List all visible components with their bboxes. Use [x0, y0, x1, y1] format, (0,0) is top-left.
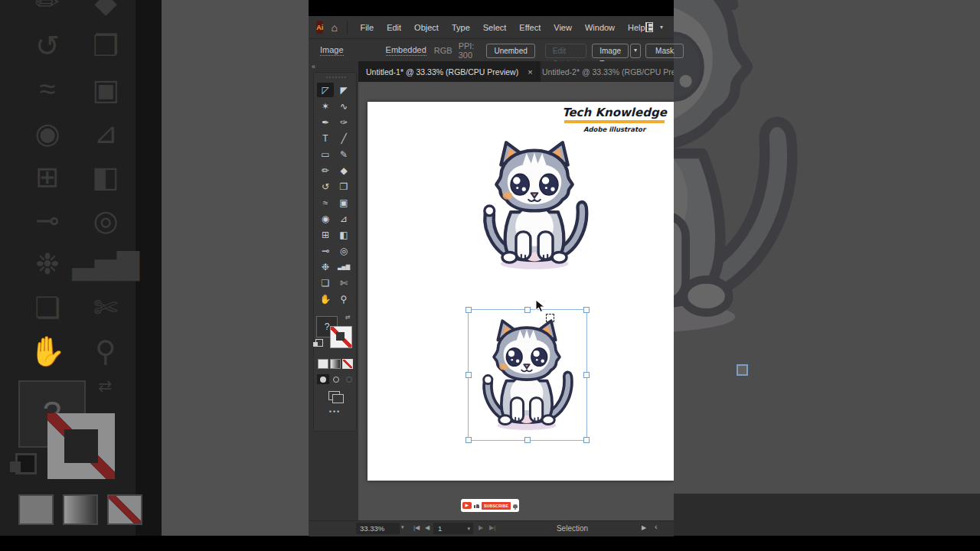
bg-eyedropper-icon: ⊸: [35, 204, 60, 237]
stroke-swatch[interactable]: [330, 326, 352, 348]
mesh-tool[interactable]: ⊞: [317, 227, 334, 242]
menu-bar: Ai ⌂ File Edit Object Type Select Effect…: [309, 16, 674, 38]
next-artboard-icon[interactable]: ▶: [479, 524, 483, 531]
slice-tool[interactable]: ✄: [335, 276, 352, 290]
tab-close-icon[interactable]: ×: [528, 67, 532, 77]
perspective-grid-tool[interactable]: ⊿: [335, 211, 352, 226]
curvature-tool[interactable]: ✑: [335, 115, 352, 129]
mouse-cursor: [535, 299, 546, 313]
zoom-dropdown-icon[interactable]: ▾: [401, 524, 404, 530]
cat-illustration-top[interactable]: [469, 135, 600, 272]
tools-grid: ◸ ◤ ✶ ∿ ✒ ✑ T ╱ ▭ ✎ ✏ ◆ ↺ ❐ ≈ ▣ ◉ ⊿ ⊞ ◧ …: [316, 82, 353, 307]
illustrator-logo[interactable]: Ai: [316, 21, 323, 34]
menu-object[interactable]: Object: [414, 23, 439, 32]
column-graph-tool[interactable]: ▃▅▇: [335, 259, 352, 274]
menu-type[interactable]: Type: [452, 23, 470, 32]
workspace-switcher-icon[interactable]: [645, 22, 653, 32]
type-tool[interactable]: T: [317, 131, 334, 145]
collapse-panel-icon[interactable]: «: [312, 63, 315, 70]
color-type-buttons: [318, 359, 353, 369]
artboard-tool[interactable]: ❏: [317, 276, 334, 290]
embedded-link[interactable]: Embedded: [386, 45, 426, 56]
scale-tool[interactable]: ❐: [335, 179, 352, 194]
bg-symbol-sprayer-icon: ❉: [35, 247, 60, 281]
free-transform-tool[interactable]: ▣: [335, 195, 352, 210]
zoom-level-field[interactable]: 33.33%: [356, 523, 400, 534]
magic-wand-tool[interactable]: ✶: [317, 99, 334, 113]
gradient-button[interactable]: [330, 359, 341, 369]
swap-fill-stroke-icon[interactable]: ⇄: [345, 314, 351, 321]
control-bar: Image Embedded RGB PPI: 300 Unembed Edit…: [309, 38, 674, 62]
selection-handle-se[interactable]: [583, 437, 590, 443]
none-button[interactable]: [342, 359, 353, 369]
edit-toolbar-icon[interactable]: •••: [314, 408, 356, 416]
bg-hand-icon: ✋: [29, 334, 65, 368]
menu-view[interactable]: View: [554, 23, 572, 32]
rotate-tool[interactable]: ↺: [317, 179, 334, 194]
selection-handle-e[interactable]: [583, 372, 590, 378]
image-trace-chevron[interactable]: ▾: [630, 44, 641, 58]
prev-artboard-icon[interactable]: ◀: [425, 524, 430, 531]
rectangle-tool[interactable]: ▭: [317, 147, 334, 161]
bg-perspective-grid-icon: ⊿: [93, 116, 118, 150]
bg-color-button: [18, 494, 54, 525]
selection-type-label[interactable]: Image: [320, 45, 344, 56]
menu-edit[interactable]: Edit: [387, 23, 401, 32]
lasso-tool[interactable]: ∿: [335, 99, 352, 113]
selection-tool[interactable]: ◸: [317, 83, 334, 97]
pencil-tool[interactable]: ✏: [317, 163, 334, 178]
home-icon[interactable]: ⌂: [331, 22, 337, 33]
first-artboard-icon[interactable]: |◀: [413, 524, 420, 531]
gradient-tool[interactable]: ◧: [335, 227, 352, 242]
last-artboard-icon[interactable]: ▶|: [489, 524, 495, 531]
selection-handle-ne[interactable]: [583, 307, 590, 313]
eyedropper-tool[interactable]: ⊸: [317, 243, 334, 258]
draw-inside-button[interactable]: [343, 374, 355, 384]
artboard-dropdown-icon[interactable]: ▾: [467, 523, 470, 534]
background-selection-handle: [737, 364, 748, 376]
workspace-chevron-icon[interactable]: ▾: [660, 24, 663, 31]
blend-tool[interactable]: ◎: [335, 243, 352, 258]
color-button[interactable]: [318, 359, 328, 369]
line-segment-tool[interactable]: ╱: [335, 131, 352, 145]
paintbrush-tool[interactable]: ✎: [335, 147, 352, 161]
bg-width-icon: ≈: [40, 73, 56, 106]
menu-effect[interactable]: Effect: [519, 23, 541, 32]
eraser-tool[interactable]: ◆: [335, 163, 352, 178]
bell-icon: [513, 504, 518, 508]
selection-handle-s[interactable]: [524, 437, 531, 443]
screen-mode-icon[interactable]: [328, 391, 340, 400]
default-swatches-icon[interactable]: [315, 339, 323, 347]
status-options-icon[interactable]: ▶: [642, 524, 646, 531]
draw-normal-button[interactable]: [317, 374, 329, 384]
unembed-button[interactable]: Unembed: [486, 44, 534, 58]
symbol-sprayer-tool[interactable]: ❉: [317, 259, 334, 274]
subscribe-watermark: ▶ SUBSCRIBE: [461, 499, 519, 512]
menu-file[interactable]: File: [360, 23, 374, 32]
menu-items: File Edit Object Type Select Effect View…: [360, 23, 645, 32]
tab-untitled-2[interactable]: Untitled-2* @ 33.33% (RGB/CPU Previe: [534, 61, 674, 82]
mask-button[interactable]: Mask: [645, 44, 684, 58]
cat-illustration-selected[interactable]: [470, 311, 583, 435]
bg-default-swatches-icon: [15, 453, 37, 474]
panel-drag-handle[interactable]: [325, 77, 347, 78]
menu-select[interactable]: Select: [483, 23, 507, 32]
width-tool[interactable]: ≈: [317, 195, 334, 210]
direct-selection-tool[interactable]: ◤: [335, 83, 352, 97]
hand-tool[interactable]: ✋: [317, 292, 334, 306]
bg-zoom-icon: ⚲: [95, 334, 116, 368]
menu-help[interactable]: Help: [628, 23, 645, 32]
document-tab-bar: « Untitled-1* @ 33.33% (RGB/CPU Preview)…: [309, 61, 674, 82]
artboard-number-field[interactable]: 1 ▾: [433, 523, 473, 534]
menu-window[interactable]: Window: [585, 23, 615, 32]
thumbs-up-icon: [474, 503, 479, 508]
zoom-tool[interactable]: ⚲: [335, 292, 352, 306]
shape-builder-tool[interactable]: ◉: [317, 211, 334, 226]
tab-untitled-1[interactable]: Untitled-1* @ 33.33% (RGB/CPU Preview) ×: [358, 61, 541, 82]
image-trace-button[interactable]: Image Trace: [592, 44, 629, 58]
selection-handle-sw[interactable]: [466, 437, 472, 443]
draw-behind-button[interactable]: [330, 374, 342, 384]
panel-collapse-icon[interactable]: ‹: [655, 522, 658, 531]
pen-tool[interactable]: ✒: [317, 115, 334, 129]
bg-artboard-icon: ❏: [34, 291, 60, 324]
